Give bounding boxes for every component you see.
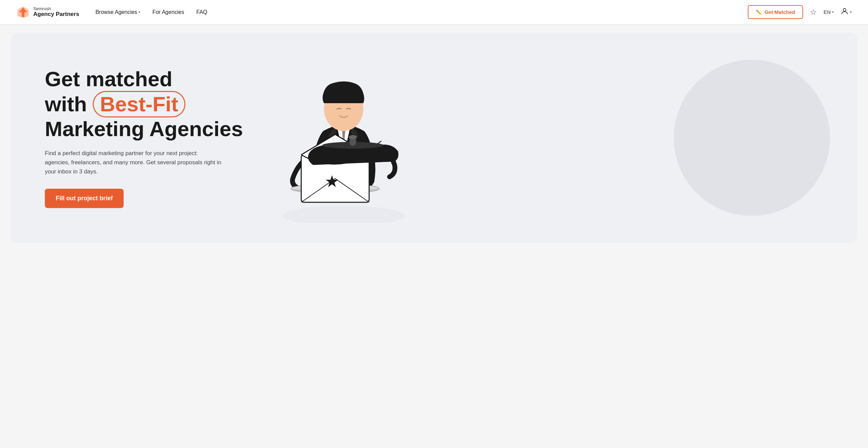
hero-wrapper: Get matched with Best-Fit Marketing Agen… bbox=[0, 24, 868, 254]
logo-link[interactable]: Semrush Agency Partners bbox=[16, 5, 79, 19]
hero-background-circle bbox=[674, 60, 830, 216]
best-fit-badge: Best-Fit bbox=[93, 91, 185, 117]
favorites-button[interactable]: ☆ bbox=[810, 8, 817, 17]
user-chevron-icon: ▾ bbox=[850, 10, 852, 14]
svg-point-3 bbox=[843, 8, 846, 11]
semrush-logo-icon bbox=[16, 5, 30, 19]
svg-point-15 bbox=[349, 135, 357, 139]
fill-brief-button[interactable]: Fill out project brief bbox=[45, 189, 124, 208]
browse-agencies-chevron-icon: ▾ bbox=[139, 10, 140, 14]
get-matched-button[interactable]: ✏️ Get Matched bbox=[748, 5, 803, 19]
hero-subtitle: Find a perfect digital marketing partner… bbox=[45, 149, 221, 176]
language-selector[interactable]: EN ▾ bbox=[824, 9, 834, 15]
hero-illustration-svg: ★ bbox=[269, 53, 418, 223]
hero-content: Get matched with Best-Fit Marketing Agen… bbox=[45, 68, 262, 208]
pencil-icon: ✏️ bbox=[756, 10, 762, 15]
nav-faq[interactable]: FAQ bbox=[196, 9, 207, 15]
user-icon bbox=[840, 7, 849, 17]
nav-browse-agencies[interactable]: Browse Agencies ▾ bbox=[95, 9, 140, 15]
svg-text:★: ★ bbox=[325, 172, 339, 190]
logo-product: Agency Partners bbox=[33, 11, 79, 18]
user-account-button[interactable]: ▾ bbox=[840, 7, 852, 17]
nav-links: Browse Agencies ▾ For Agencies FAQ bbox=[95, 9, 748, 15]
lang-chevron-icon: ▾ bbox=[832, 10, 834, 14]
hero-card: Get matched with Best-Fit Marketing Agen… bbox=[11, 33, 857, 243]
logo-brand: Semrush bbox=[33, 6, 79, 11]
logo-text: Semrush Agency Partners bbox=[33, 6, 79, 18]
nav-right: ✏️ Get Matched ☆ EN ▾ ▾ bbox=[748, 5, 852, 19]
nav-for-agencies[interactable]: For Agencies bbox=[152, 9, 184, 15]
hero-title: Get matched with Best-Fit Marketing Agen… bbox=[45, 68, 262, 141]
hero-illustration: ★ bbox=[262, 53, 425, 223]
star-icon: ☆ bbox=[810, 8, 817, 16]
svg-point-4 bbox=[283, 206, 405, 223]
navigation: Semrush Agency Partners Browse Agencies … bbox=[0, 0, 868, 24]
